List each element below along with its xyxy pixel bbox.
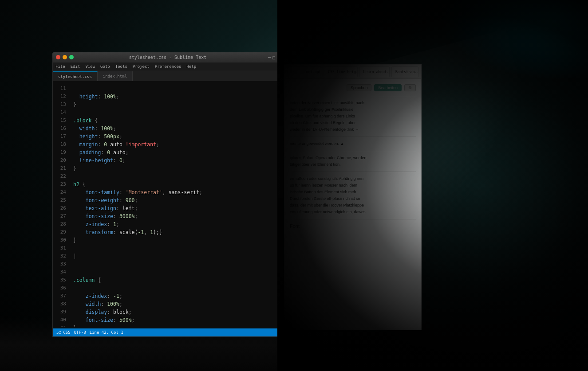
browser-navbar: css - font.opt... CSS line-heig... Learn… bbox=[284, 65, 421, 79]
titlebar-controls: ─ □ ✕ bbox=[268, 55, 280, 60]
minimize-button[interactable]: ─ bbox=[268, 55, 271, 60]
browser-font-label: Font bbox=[290, 223, 416, 230]
menu-edit[interactable]: Edit bbox=[71, 64, 80, 69]
browser-panel: css - font.opt... CSS line-heig... Learn… bbox=[284, 64, 422, 330]
browser-tab-3[interactable]: Learn about... bbox=[359, 66, 390, 77]
divider-5 bbox=[290, 219, 416, 219]
close-button[interactable]: ✕ bbox=[277, 55, 280, 60]
menu-view[interactable]: View bbox=[85, 64, 95, 69]
languages-button[interactable]: Sprachen bbox=[347, 84, 372, 91]
menu-tools[interactable]: Tools bbox=[115, 64, 127, 69]
status-branch: ⎇ CSS bbox=[56, 330, 71, 335]
tab-index[interactable]: index.html bbox=[98, 71, 133, 81]
titlebar-text: stylesheet.css - Sublime Text bbox=[129, 55, 207, 60]
divider-1 bbox=[290, 96, 416, 96]
code-area: 1112131415161718192021222324252627282930… bbox=[53, 81, 283, 327]
close-dot[interactable] bbox=[56, 55, 60, 59]
code-editor-panel: File Edit View Goto Tools Project Prefer… bbox=[52, 62, 283, 337]
teal-glow bbox=[437, 0, 588, 80]
menu-bar: File Edit View Goto Tools Project Prefer… bbox=[53, 62, 283, 70]
minimize-dot[interactable] bbox=[63, 55, 67, 59]
editor-scrollbar[interactable] bbox=[277, 91, 283, 328]
browser-text-2: mente angewendet werden. ▲ bbox=[290, 141, 416, 147]
edit-button[interactable]: Bearbeiten bbox=[374, 84, 402, 91]
icon-button[interactable]: ⊕ bbox=[404, 84, 416, 91]
browser-toolbar: Sprachen Bearbeiten ⊕ bbox=[290, 84, 416, 91]
menu-file[interactable]: File bbox=[55, 64, 65, 69]
maximize-dot[interactable] bbox=[69, 55, 74, 59]
menu-preferences[interactable]: Preferences bbox=[155, 64, 182, 69]
menu-project[interactable]: Project bbox=[133, 64, 150, 69]
divider-3 bbox=[290, 151, 416, 151]
menu-goto[interactable]: Goto bbox=[100, 64, 110, 69]
browser-text-4: ermaßoch oder sonstig ich. Abhängig nenu… bbox=[290, 176, 416, 215]
status-encoding: UTF-8 bbox=[74, 330, 86, 335]
browser-text-3: iplorer, Safari, Opera oder Chrome, werd… bbox=[290, 155, 416, 168]
status-bar: ⎇ CSS UTF-8 Line 42, Col 1 bbox=[53, 328, 283, 336]
browser-text-1: inden der Nutzer einen Link auwählt, nac… bbox=[290, 100, 416, 133]
tab-stylesheet[interactable]: stylesheet.css bbox=[53, 71, 98, 81]
browser-tab-4[interactable]: Bootstrap... bbox=[391, 66, 418, 77]
scrollbar-thumb[interactable] bbox=[277, 126, 283, 198]
browser-tab-1[interactable]: css - font.opt... bbox=[287, 66, 322, 77]
menu-help[interactable]: Help bbox=[186, 64, 196, 69]
divider-2 bbox=[290, 137, 416, 137]
tab-bar: stylesheet.css index.html bbox=[53, 70, 283, 81]
browser-tab-2[interactable]: CSS line-heig... bbox=[324, 66, 357, 77]
status-position: Line 42, Col 1 bbox=[90, 330, 123, 335]
browser-content: Sprachen Bearbeiten ⊕ inden der Nutzer e… bbox=[284, 79, 421, 330]
titlebar: stylesheet.css - Sublime Text ─ □ ✕ bbox=[52, 52, 283, 62]
divider-4 bbox=[290, 172, 416, 172]
restore-button[interactable]: □ bbox=[272, 55, 275, 60]
code-content[interactable]: height: 100%; } .block { width: 100%; he… bbox=[69, 81, 283, 327]
line-numbers: 1112131415161718192021222324252627282930… bbox=[53, 81, 69, 327]
